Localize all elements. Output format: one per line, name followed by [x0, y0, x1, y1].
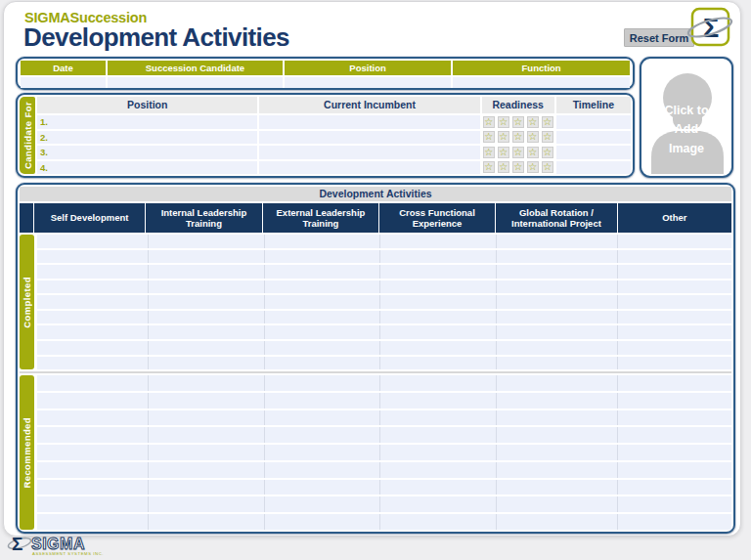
dev-activity-cell[interactable] — [618, 357, 731, 370]
candidate-incumbent-input[interactable] — [259, 161, 479, 175]
timeline-input[interactable] — [556, 146, 631, 159]
dev-activity-cell[interactable] — [618, 280, 731, 294]
dev-activity-cell[interactable] — [380, 445, 497, 460]
timeline-input[interactable] — [556, 131, 631, 145]
readiness-star-button[interactable]: ☆ — [527, 116, 539, 128]
dev-activity-cell[interactable] — [265, 480, 381, 495]
readiness-star-button[interactable]: ☆ — [527, 161, 539, 173]
dev-activity-cell[interactable] — [380, 295, 497, 309]
dev-activity-cell[interactable] — [618, 325, 731, 339]
info-input-position[interactable] — [285, 77, 451, 88]
dev-activity-cell[interactable] — [618, 341, 731, 355]
dev-activity-cell[interactable] — [618, 480, 731, 495]
readiness-star-button[interactable]: ☆ — [512, 147, 524, 158]
dev-activity-cell[interactable] — [497, 325, 618, 339]
dev-activity-cell[interactable] — [149, 341, 265, 355]
dev-activity-cell[interactable] — [37, 341, 149, 355]
dev-activity-cell[interactable] — [380, 250, 497, 264]
candidate-position-input[interactable]: 1. — [37, 115, 257, 129]
readiness-star-button[interactable]: ☆ — [542, 116, 553, 128]
dev-activity-cell[interactable] — [618, 235, 731, 248]
dev-activity-cell[interactable] — [380, 410, 497, 426]
dev-activity-cell[interactable] — [265, 496, 381, 512]
readiness-star-button[interactable]: ☆ — [498, 116, 509, 128]
dev-activity-cell[interactable] — [265, 295, 381, 309]
readiness-star-button[interactable]: ☆ — [542, 147, 553, 158]
timeline-input[interactable] — [556, 161, 631, 175]
info-input-date[interactable] — [21, 77, 106, 88]
dev-activity-cell[interactable] — [380, 393, 497, 409]
dev-activity-cell[interactable] — [618, 410, 731, 426]
dev-activity-cell[interactable] — [149, 445, 265, 460]
dev-activity-cell[interactable] — [149, 393, 265, 409]
dev-activity-cell[interactable] — [497, 341, 618, 355]
dev-activity-cell[interactable] — [618, 462, 731, 478]
dev-activity-cell[interactable] — [37, 295, 149, 309]
dev-activity-cell[interactable] — [37, 496, 149, 512]
dev-activity-cell[interactable] — [265, 445, 381, 460]
dev-activity-cell[interactable] — [497, 480, 618, 495]
readiness-star-button[interactable]: ☆ — [498, 131, 509, 143]
dev-activity-cell[interactable] — [380, 375, 497, 391]
dev-activity-cell[interactable] — [497, 496, 618, 512]
reset-form-button[interactable]: Reset Form — [624, 28, 694, 47]
dev-activity-cell[interactable] — [497, 462, 618, 478]
dev-activity-cell[interactable] — [618, 496, 731, 512]
readiness-star-button[interactable]: ☆ — [498, 147, 509, 158]
readiness-star-button[interactable]: ☆ — [527, 147, 539, 158]
timeline-input[interactable] — [556, 115, 631, 129]
dev-activity-cell[interactable] — [149, 250, 265, 264]
dev-activity-cell[interactable] — [149, 496, 265, 512]
readiness-star-button[interactable]: ☆ — [483, 147, 495, 158]
dev-activity-cell[interactable] — [149, 480, 265, 495]
dev-activity-cell[interactable] — [265, 462, 381, 478]
dev-activity-cell[interactable] — [497, 311, 618, 324]
dev-activity-cell[interactable] — [497, 235, 618, 248]
dev-activity-cell[interactable] — [380, 357, 497, 370]
dev-activity-cell[interactable] — [149, 280, 265, 294]
dev-activity-cell[interactable] — [380, 462, 497, 478]
dev-activity-cell[interactable] — [497, 250, 618, 264]
dev-activity-cell[interactable] — [37, 393, 149, 409]
dev-activity-cell[interactable] — [618, 445, 731, 460]
dev-activity-cell[interactable] — [37, 514, 149, 530]
dev-activity-cell[interactable] — [497, 295, 618, 309]
dev-activity-cell[interactable] — [380, 496, 497, 512]
dev-activity-cell[interactable] — [618, 427, 731, 443]
dev-activity-cell[interactable] — [380, 311, 497, 324]
dev-activity-cell[interactable] — [380, 480, 497, 495]
info-input-succession-candidate[interactable] — [108, 77, 283, 88]
dev-activity-cell[interactable] — [265, 393, 381, 409]
candidate-position-input[interactable]: 3. — [37, 146, 257, 159]
candidate-incumbent-input[interactable] — [259, 115, 479, 129]
dev-activity-cell[interactable] — [618, 514, 731, 530]
dev-activity-cell[interactable] — [37, 265, 149, 279]
dev-activity-cell[interactable] — [380, 325, 497, 339]
dev-activity-cell[interactable] — [265, 280, 381, 294]
dev-activity-cell[interactable] — [37, 375, 149, 391]
candidate-incumbent-input[interactable] — [259, 131, 479, 145]
readiness-star-button[interactable]: ☆ — [542, 131, 553, 143]
readiness-star-button[interactable]: ☆ — [527, 131, 539, 143]
dev-activity-cell[interactable] — [497, 280, 618, 294]
dev-activity-cell[interactable] — [265, 357, 381, 370]
dev-activity-cell[interactable] — [618, 265, 731, 279]
readiness-star-button[interactable]: ☆ — [498, 161, 509, 173]
dev-activity-cell[interactable] — [265, 410, 381, 426]
dev-activity-cell[interactable] — [380, 265, 497, 279]
dev-activity-cell[interactable] — [37, 480, 149, 495]
readiness-star-button[interactable]: ☆ — [483, 116, 495, 128]
dev-activity-cell[interactable] — [37, 250, 149, 264]
dev-activity-cell[interactable] — [497, 427, 618, 443]
photo-upload-box[interactable]: Click to Add Image — [640, 57, 733, 178]
dev-activity-cell[interactable] — [37, 410, 149, 426]
dev-activity-cell[interactable] — [497, 410, 618, 426]
dev-activity-cell[interactable] — [380, 514, 497, 530]
dev-activity-cell[interactable] — [149, 375, 265, 391]
dev-activity-cell[interactable] — [380, 235, 497, 248]
dev-activity-cell[interactable] — [618, 375, 731, 391]
candidate-incumbent-input[interactable] — [259, 146, 479, 159]
dev-activity-cell[interactable] — [380, 341, 497, 355]
dev-activity-cell[interactable] — [149, 265, 265, 279]
candidate-position-input[interactable]: 2. — [37, 131, 257, 145]
